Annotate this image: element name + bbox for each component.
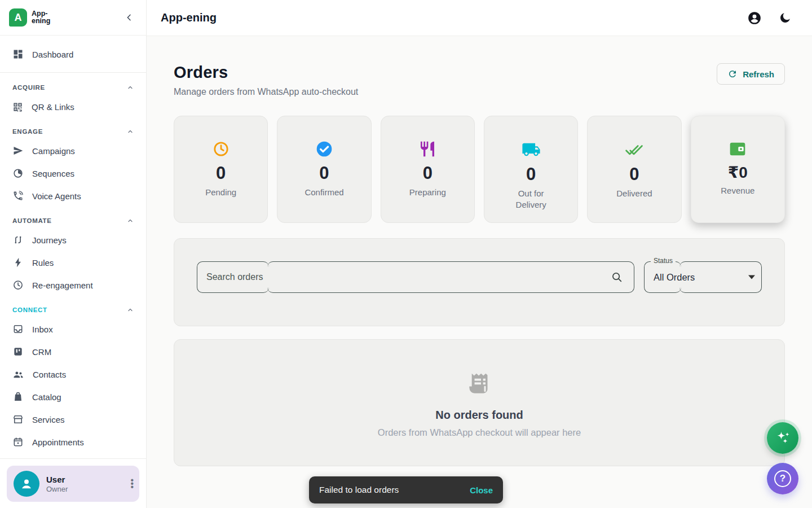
stat-label: Confirmed — [304, 187, 343, 198]
orders-empty-state: No orders found Orders from WhatsApp che… — [174, 339, 785, 466]
top-header: App-ening — [147, 0, 812, 36]
sidebar-item-label: Campaigns — [32, 146, 75, 156]
sidebar-user-area: User Owner ••• — [0, 458, 146, 508]
sidebar-item-crm[interactable]: CRM — [7, 340, 139, 363]
sidebar-item-label: Re-engagement — [32, 281, 93, 290]
stat-value: 0 — [629, 164, 639, 185]
search-field[interactable]: Search orders — [197, 261, 634, 293]
sidebar-item-services[interactable]: Services — [7, 408, 139, 431]
check-circle-icon — [315, 140, 333, 158]
section-header-acquire[interactable]: ACQUIRE — [7, 80, 139, 95]
route-icon — [12, 234, 24, 246]
stat-card-delivered[interactable]: 0 Delivered — [587, 116, 681, 223]
app-logo-icon: A — [9, 8, 27, 27]
sidebar-item-label: QR & Links — [32, 102, 74, 112]
chevron-up-icon — [127, 128, 134, 135]
dark-mode-toggle[interactable] — [777, 10, 793, 26]
clock-icon — [212, 140, 230, 158]
logo-text: App- ening — [32, 10, 50, 25]
sidebar-item-appointments[interactable]: Appointments — [7, 431, 139, 453]
dropdown-caret-icon — [748, 275, 755, 279]
sidebar-item-label: Voice Agents — [32, 191, 81, 201]
sidebar-item-rules[interactable]: Rules — [7, 251, 139, 274]
section-header-engage[interactable]: ENGAGE — [7, 124, 139, 139]
sidebar-item-label: Services — [32, 415, 65, 424]
question-mark-icon: ? — [774, 470, 791, 487]
stat-label: Delivered — [616, 188, 652, 199]
stat-card-pending[interactable]: 0 Pending — [174, 116, 268, 223]
stat-card-confirmed[interactable]: 0 Confirmed — [277, 116, 371, 223]
user-name: User — [46, 475, 68, 484]
sidebar-item-label: Rules — [32, 258, 54, 268]
progress-circle-icon — [12, 168, 24, 179]
receipt-icon — [463, 368, 496, 401]
sidebar-item-sequences[interactable]: Sequences — [7, 162, 139, 185]
sidebar-item-label: CRM — [32, 347, 51, 357]
toast-notification: Failed to load orders Close — [309, 476, 503, 503]
person-icon — [19, 476, 34, 492]
phone-icon — [12, 190, 24, 202]
sparkles-icon — [774, 430, 791, 446]
user-role: Owner — [46, 485, 68, 493]
sidebar-item-dashboard[interactable]: Dashboard — [7, 43, 139, 65]
sidebar-item-contacts[interactable]: Contacts — [7, 363, 139, 386]
sidebar-item-inbox[interactable]: Inbox — [7, 318, 139, 340]
qr-code-icon — [12, 102, 23, 112]
stat-card-revenue[interactable]: ₹0 Revenue — [691, 116, 785, 223]
chevron-up-icon — [127, 306, 134, 313]
search-input[interactable] — [197, 261, 634, 293]
sidebar-item-re-engagement[interactable]: Re-engagement — [7, 274, 139, 296]
chevron-up-icon — [127, 217, 134, 224]
stat-card-preparing[interactable]: 0 Preparing — [381, 116, 475, 223]
wallet-icon — [729, 140, 747, 158]
moon-icon — [778, 11, 792, 25]
restaurant-icon — [418, 140, 436, 158]
header-title: App-ening — [161, 11, 217, 24]
stat-value: ₹0 — [728, 163, 748, 182]
sidebar-item-catalog[interactable]: Catalog — [7, 386, 139, 408]
truck-icon — [522, 140, 541, 159]
stat-label: Pending — [205, 187, 236, 198]
ai-assistant-fab[interactable] — [767, 422, 798, 454]
filter-card: Search orders Status All Orders — [174, 238, 785, 326]
user-menu-button[interactable]: ••• — [130, 479, 134, 489]
account-button[interactable] — [747, 10, 762, 26]
sidebar-collapse-button[interactable] — [121, 10, 137, 25]
sidebar-item-label: Dashboard — [32, 50, 73, 59]
refresh-icon — [727, 69, 738, 79]
sidebar-item-label: Appointments — [32, 437, 84, 447]
help-fab[interactable]: ? — [767, 463, 798, 494]
chevron-left-icon — [125, 13, 134, 22]
stat-card-out-for-delivery[interactable]: 0 Out for Delivery — [484, 116, 578, 223]
user-profile-card[interactable]: User Owner ••• — [7, 466, 139, 502]
section-header-connect[interactable]: CONNECT — [7, 302, 139, 318]
stat-label: Out for Delivery — [505, 188, 557, 210]
divider — [0, 72, 146, 73]
calendar-icon — [12, 436, 24, 448]
shopping-bag-icon — [12, 391, 24, 402]
refresh-button[interactable]: Refresh — [717, 63, 785, 85]
sidebar: A App- ening Dashboard ACQUIRE QR & Link… — [0, 0, 147, 508]
logo-letter: A — [15, 12, 22, 24]
section-header-automate[interactable]: AUTOMATE — [7, 213, 139, 229]
clock-icon — [12, 279, 24, 291]
kanban-icon — [12, 346, 24, 357]
sidebar-item-journeys[interactable]: Journeys — [7, 229, 139, 251]
inbox-icon — [12, 323, 24, 335]
stat-value: 0 — [216, 163, 226, 183]
sidebar-item-label: Sequences — [32, 169, 74, 178]
stat-label: Preparing — [409, 187, 446, 198]
sidebar-item-campaigns[interactable]: Campaigns — [7, 139, 139, 162]
stat-label: Revenue — [721, 185, 754, 196]
storefront-icon — [12, 414, 24, 425]
sidebar-item-voice-agents[interactable]: Voice Agents — [7, 185, 139, 207]
sidebar-item-label: Inbox — [32, 325, 53, 334]
toast-close-button[interactable]: Close — [470, 485, 493, 495]
stats-row: 0 Pending 0 Confirmed 0 Preparing 0 Out … — [174, 116, 785, 223]
stat-value: 0 — [319, 163, 329, 183]
dashboard-icon — [12, 49, 24, 60]
sidebar-nav: Dashboard ACQUIRE QR & Links ENGAGE Camp… — [0, 36, 146, 458]
status-select[interactable]: Status All Orders — [644, 261, 762, 293]
sidebar-item-qr-links[interactable]: QR & Links — [7, 95, 139, 118]
page-title: Orders — [174, 63, 358, 82]
